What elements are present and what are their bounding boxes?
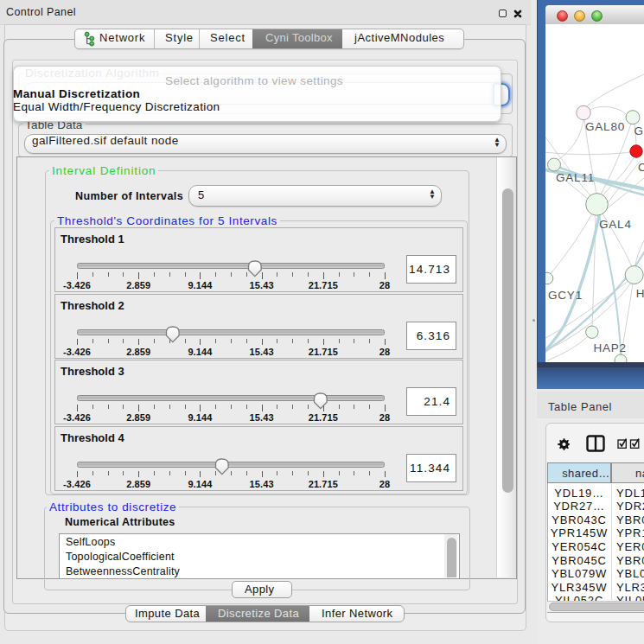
svg-text:GAL11: GAL11 <box>556 171 595 184</box>
svg-text:H: H <box>636 287 644 300</box>
svg-text:HAP2: HAP2 <box>593 341 626 354</box>
svg-text:GCY1: GCY1 <box>548 289 583 302</box>
svg-text:GAL: GAL <box>634 124 644 137</box>
svg-text:GAL80: GAL80 <box>585 120 625 133</box>
svg-text:GAL4: GAL4 <box>599 218 632 231</box>
svg-text:C: C <box>638 161 644 174</box>
